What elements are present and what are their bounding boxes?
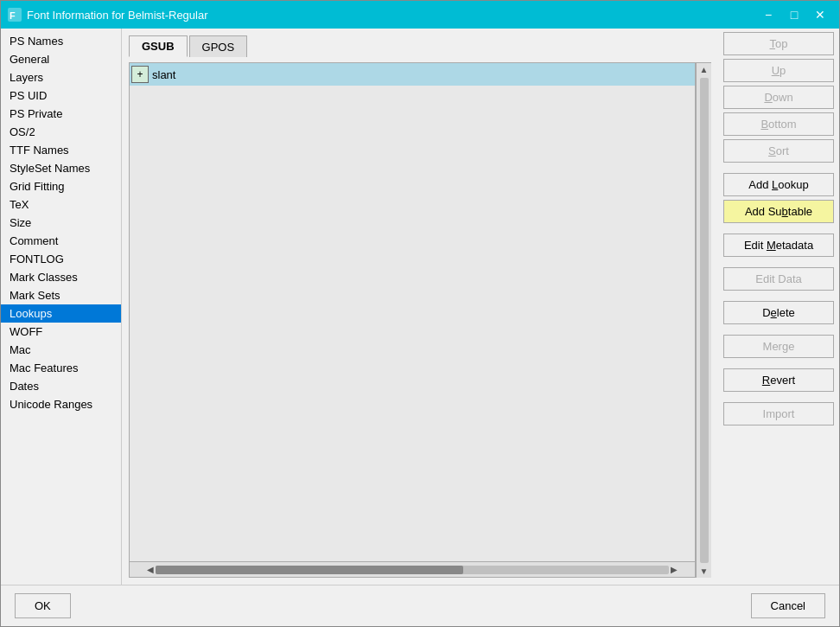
ok-button[interactable]: OK [15, 593, 71, 618]
merge-btn: Merge [723, 335, 834, 358]
close-button[interactable]: ✕ [808, 4, 832, 25]
lookup-table-area: +slant ◀ ▶ [129, 62, 696, 578]
sidebar-item-unicode-ranges[interactable]: Unicode Ranges [1, 395, 121, 413]
h-scrollbar-thumb [156, 566, 463, 574]
scroll-left-arrow[interactable]: ◀ [145, 565, 156, 574]
title-bar: F Font Information for Belmist-Regular −… [1, 1, 839, 29]
cancel-button[interactable]: Cancel [751, 593, 825, 618]
bottom-btn: Bottom [723, 112, 834, 136]
sidebar-item-tex[interactable]: TeX [1, 195, 121, 214]
sidebar-item-ps-private[interactable]: PS Private [1, 105, 121, 123]
bottom-bar: OK Cancel [1, 585, 839, 626]
scroll-right-arrow[interactable]: ▶ [669, 565, 679, 574]
sidebar-item-mark-classes[interactable]: Mark Classes [1, 268, 121, 286]
add-subtable-btn[interactable]: Add Subtable [723, 200, 834, 223]
sidebar-item-dates[interactable]: Dates [1, 377, 121, 395]
sidebar-item-woff[interactable]: WOFF [1, 323, 121, 341]
app-icon: F [8, 8, 22, 22]
expand-button-slant-row[interactable]: + [131, 66, 149, 83]
spacer [723, 361, 834, 365]
spacer [723, 395, 834, 399]
sidebar-item-layers[interactable]: Layers [1, 68, 121, 86]
edit-metadata-btn[interactable]: Edit Metadata [723, 234, 834, 257]
sidebar-item-os2[interactable]: OS/2 [1, 123, 121, 141]
spacer [723, 227, 834, 230]
vertical-scrollbar[interactable]: ▲ ▼ [696, 62, 711, 578]
sidebar-item-lookups[interactable]: Lookups [1, 304, 121, 323]
sidebar-item-grid-fitting[interactable]: Grid Fitting [1, 177, 121, 195]
sidebar-item-styleset-names[interactable]: StyleSet Names [1, 159, 121, 177]
sort-btn: Sort [723, 139, 834, 163]
add-lookup-btn[interactable]: Add Lookup [723, 173, 834, 196]
sidebar-item-ps-uid[interactable]: PS UID [1, 86, 121, 105]
edit-data-btn: Edit Data [723, 267, 834, 291]
scroll-up-arrow[interactable]: ▲ [697, 63, 711, 76]
tab-gsub[interactable]: GSUB [129, 35, 188, 57]
sidebar: PS NamesGeneralLayersPS UIDPS PrivateOS/… [1, 29, 122, 585]
v-scrollbar-track [700, 78, 709, 563]
horizontal-scrollbar[interactable]: ◀ ▶ [130, 561, 695, 577]
top-btn: Top [723, 32, 834, 55]
lookup-row-slant-row[interactable]: +slant [130, 63, 695, 86]
spacer [723, 294, 834, 298]
sidebar-item-general[interactable]: General [1, 50, 121, 68]
lookup-table-inner[interactable]: +slant [130, 63, 695, 561]
right-panel: TopUpDownBottomSortAdd LookupAdd Subtabl… [718, 29, 839, 585]
scroll-down-arrow[interactable]: ▼ [697, 565, 711, 578]
sidebar-item-mac-features[interactable]: Mac Features [1, 359, 121, 377]
tab-gpos[interactable]: GPOS [189, 35, 248, 57]
sidebar-item-ps-names[interactable]: PS Names [1, 32, 121, 50]
minimize-button[interactable]: − [756, 4, 780, 25]
spacer [723, 260, 834, 264]
tab-content: +slant ◀ ▶ ▲ ▼ [129, 62, 711, 578]
sidebar-item-fontlog[interactable]: FONTLOG [1, 250, 121, 268]
sidebar-item-comment[interactable]: Comment [1, 232, 121, 250]
revert-btn[interactable]: Revert [723, 368, 834, 392]
window-controls: − □ ✕ [756, 4, 832, 25]
spacer [723, 166, 834, 170]
sidebar-item-size[interactable]: Size [1, 214, 121, 232]
h-scrollbar-track [156, 566, 669, 574]
sidebar-item-mark-sets[interactable]: Mark Sets [1, 286, 121, 304]
maximize-button[interactable]: □ [782, 4, 806, 25]
main-window: F Font Information for Belmist-Regular −… [0, 0, 840, 627]
spacer [723, 328, 834, 331]
main-panel: GSUBGPOS +slant ◀ ▶ ▲ [122, 29, 718, 585]
tabs-row: GSUBGPOS [129, 35, 711, 57]
lookup-label-slant-row: slant [150, 68, 175, 81]
sidebar-item-mac[interactable]: Mac [1, 341, 121, 359]
svg-text:F: F [10, 10, 16, 21]
content-area: PS NamesGeneralLayersPS UIDPS PrivateOS/… [1, 29, 839, 585]
delete-btn[interactable]: Delete [723, 301, 834, 324]
up-btn: Up [723, 59, 834, 82]
import-btn: Import [723, 402, 834, 425]
down-btn: Down [723, 86, 834, 109]
sidebar-item-ttf-names[interactable]: TTF Names [1, 141, 121, 159]
window-title: Font Information for Belmist-Regular [27, 9, 756, 22]
